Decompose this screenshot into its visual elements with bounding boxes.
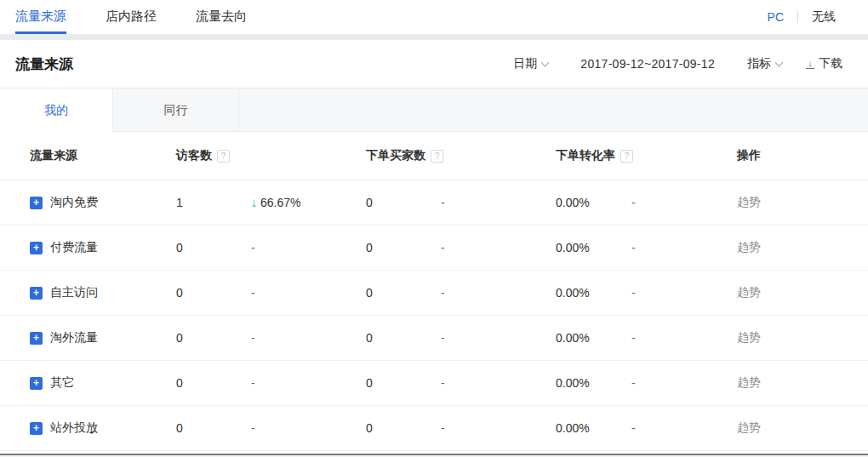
buyers-value: 0 <box>366 241 441 254</box>
expand-plus-icon[interactable]: + <box>30 377 43 390</box>
conversion-value: 0.00% <box>556 196 631 209</box>
conversion-change: - <box>631 331 737 345</box>
visitors-value: 0 <box>176 286 251 300</box>
source-name: 付费流量 <box>50 240 98 255</box>
buyers-value: 0 <box>366 286 441 300</box>
trend-link[interactable]: 趋势 <box>737 375 761 389</box>
table-row: + 其它 0 - 0 - 0.00% - 趋势 <box>0 361 868 406</box>
conversion-change: - <box>631 376 737 390</box>
tab-bar-filler <box>239 89 868 131</box>
download-arrow-glyph: ↓ <box>808 60 813 67</box>
down-arrow-icon: ↓ <box>251 196 257 209</box>
page-title: 流量来源 <box>15 54 73 74</box>
top-navigation: 流量来源 店内路径 流量去向 PC 无线 <box>0 0 868 34</box>
conversion-value: 0.00% <box>556 286 631 300</box>
conversion-change: - <box>631 286 737 300</box>
expand-plus-icon[interactable]: + <box>30 422 43 435</box>
nav-tab-instore-path[interactable]: 店内路径 <box>106 0 157 34</box>
trend-link[interactable]: 趋势 <box>737 285 761 299</box>
conversion-change: - <box>631 241 737 254</box>
header-visitors: 访客数 ? <box>176 148 366 163</box>
metric-dropdown-label: 指标 <box>747 56 771 71</box>
buyers-change: - <box>441 196 556 209</box>
visitors-value: 0 <box>176 241 251 254</box>
date-dropdown-label: 日期 <box>513 56 537 71</box>
device-toggle-pc[interactable]: PC <box>768 10 784 24</box>
buyers-value: 0 <box>366 421 441 435</box>
conversion-value: 0.00% <box>556 331 631 345</box>
table-row: + 淘外流量 0 - 0 - 0.00% - 趋势 <box>0 316 868 361</box>
visitors-change: ↓66.67% <box>251 196 366 209</box>
bottom-divider <box>0 454 868 455</box>
device-toggle-wireless[interactable]: 无线 <box>812 9 836 25</box>
visitors-value: 0 <box>176 331 251 345</box>
buyers-value: 0 <box>366 196 441 209</box>
conversion-value: 0.00% <box>556 241 631 254</box>
visitors-value: 0 <box>176 376 251 390</box>
source-name: 淘内免费 <box>50 195 98 210</box>
help-icon[interactable]: ? <box>431 150 443 163</box>
buyers-value: 0 <box>366 331 441 345</box>
tab-mine[interactable]: 我的 <box>0 89 113 132</box>
table-row: + 付费流量 0 - 0 - 0.00% - 趋势 <box>0 226 868 271</box>
visitors-change: - <box>251 241 366 254</box>
header-buyers: 下单买家数 ? <box>366 148 556 163</box>
buyers-change: - <box>441 286 556 300</box>
header-visitors-label: 访客数 <box>176 148 212 163</box>
divider <box>797 11 798 23</box>
source-name: 淘外流量 <box>50 330 98 346</box>
visitors-change-value: 66.67% <box>260 196 300 209</box>
buyers-change: - <box>441 421 556 435</box>
metric-dropdown[interactable]: 指标 <box>747 56 782 71</box>
conversion-change: - <box>631 196 737 209</box>
help-icon[interactable]: ? <box>620 150 633 163</box>
trend-link[interactable]: 趋势 <box>737 195 761 209</box>
visitors-change: - <box>251 331 366 345</box>
chevron-down-icon <box>541 58 550 66</box>
trend-link[interactable]: 趋势 <box>737 420 761 434</box>
section-separator <box>0 34 868 40</box>
expand-plus-icon[interactable]: + <box>30 332 43 345</box>
source-name: 自主访问 <box>50 285 98 300</box>
tab-peers[interactable]: 同行 <box>113 89 239 131</box>
header-conversion-label: 下单转化率 <box>556 148 615 163</box>
expand-plus-icon[interactable]: + <box>30 197 43 209</box>
nav-tab-traffic-source[interactable]: 流量来源 <box>15 0 66 34</box>
date-range-value[interactable]: 2017-09-12~2017-09-12 <box>580 57 715 71</box>
table-row: + 自主访问 0 - 0 - 0.00% - 趋势 <box>0 271 868 316</box>
chevron-down-icon <box>775 58 784 66</box>
header-conversion: 下单转化率 ? <box>556 148 737 163</box>
source-name: 其它 <box>50 375 74 391</box>
visitors-change: - <box>251 376 366 390</box>
expand-plus-icon[interactable]: + <box>30 287 43 300</box>
table-header: 流量来源 访客数 ? 下单买家数 ? 下单转化率 ? 操作 <box>0 132 868 180</box>
download-baseline <box>806 68 814 69</box>
buyers-change: - <box>441 331 556 345</box>
download-icon: ↓ <box>806 60 814 69</box>
buyers-value: 0 <box>366 376 441 390</box>
card-header: 流量来源 日期 2017-09-12~2017-09-12 指标 ↓ 下载 <box>0 40 868 88</box>
visitors-change: - <box>251 421 366 435</box>
header-action: 操作 <box>737 148 868 163</box>
source-name: 站外投放 <box>50 420 98 436</box>
date-dropdown[interactable]: 日期 <box>513 56 548 71</box>
header-controls: 日期 2017-09-12~2017-09-12 指标 ↓ 下载 <box>513 56 842 71</box>
table-row: + 淘内免费 1 ↓66.67% 0 - 0.00% - 趋势 <box>0 180 868 226</box>
header-source: 流量来源 <box>0 148 176 163</box>
trend-link[interactable]: 趋势 <box>737 240 761 254</box>
buyers-change: - <box>441 376 556 390</box>
download-label: 下载 <box>819 56 842 71</box>
conversion-value: 0.00% <box>556 421 631 435</box>
help-icon[interactable]: ? <box>217 150 230 163</box>
buyers-change: - <box>441 241 556 254</box>
view-tabs: 我的 同行 <box>0 88 868 132</box>
conversion-value: 0.00% <box>556 376 631 390</box>
visitors-value: 0 <box>176 421 251 435</box>
download-button[interactable]: ↓ 下载 <box>806 56 842 71</box>
header-buyers-label: 下单买家数 <box>366 148 425 163</box>
nav-tab-traffic-destination[interactable]: 流量去向 <box>196 0 247 34</box>
device-switch: PC 无线 <box>768 0 868 34</box>
expand-plus-icon[interactable]: + <box>30 242 43 254</box>
trend-link[interactable]: 趋势 <box>737 330 761 344</box>
visitors-value: 1 <box>176 196 251 209</box>
